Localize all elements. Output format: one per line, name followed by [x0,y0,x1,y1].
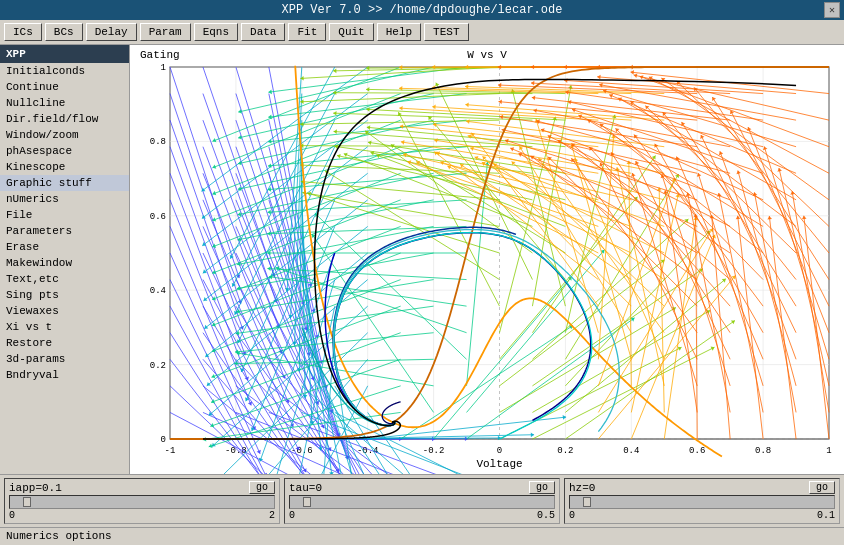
slider-range-1: 00.5 [289,510,555,521]
svg-text:0: 0 [161,435,166,445]
plot-svg: -1-0.8-0.6-0.4-0.200.20.40.60.8100.20.40… [130,45,844,474]
toolbar-btn-help[interactable]: Help [377,23,421,41]
titlebar-title: XPP Ver 7.0 >> /home/dpdoughe/lecar.ode [282,3,563,17]
slider-track-2[interactable] [569,495,835,509]
toolbar-btn-data[interactable]: Data [241,23,285,41]
slider-min-1: 0 [289,510,295,521]
slider-min-2: 0 [569,510,575,521]
svg-text:0.2: 0.2 [150,361,166,371]
main-area: XPP InitialcondsContinueNullclineDir.fie… [0,45,844,474]
slider-min-0: 0 [9,510,15,521]
toolbar: ICsBCsDelayParamEqnsDataFitQuitHelpTEST [0,20,844,45]
slider-range-0: 02 [9,510,275,521]
svg-text:0.8: 0.8 [755,446,771,456]
toolbar-btn-quit[interactable]: Quit [329,23,373,41]
sidebar-header: XPP [0,45,129,63]
svg-text:0.2: 0.2 [557,446,573,456]
sliders-row: iapp=0.1go02tau=0go00.5hz=0go00.1 [0,475,844,527]
sidebar-item-3[interactable]: Dir.field/flow [0,111,129,127]
slider-group-0: iapp=0.1go02 [4,478,280,524]
slider-range-2: 00.1 [569,510,835,521]
slider-go-btn-2[interactable]: go [809,481,835,494]
toolbar-btn-eqns[interactable]: Eqns [194,23,238,41]
svg-text:Voltage: Voltage [476,458,522,470]
toolbar-btn-test[interactable]: TEST [424,23,468,41]
svg-text:-0.2: -0.2 [423,446,445,456]
sidebar-item-14[interactable]: Sing pts [0,287,129,303]
sidebar-item-6[interactable]: Kinescope [0,159,129,175]
slider-group-1: tau=0go00.5 [284,478,560,524]
toolbar-btn-fit[interactable]: Fit [288,23,326,41]
sidebar-item-13[interactable]: Text,etc [0,271,129,287]
sidebar-item-8[interactable]: nUmerics [0,191,129,207]
slider-max-2: 0.1 [817,510,835,521]
slider-label-2: hz=0 [569,482,806,494]
slider-go-btn-1[interactable]: go [529,481,555,494]
sidebar-item-7[interactable]: Graphic stuff [0,175,129,191]
svg-text:0.8: 0.8 [150,137,166,147]
slider-max-1: 0.5 [537,510,555,521]
svg-text:1: 1 [826,446,831,456]
slider-thumb-0[interactable] [23,497,31,507]
toolbar-btn-ics[interactable]: ICs [4,23,42,41]
sidebar-item-1[interactable]: Continue [0,79,129,95]
titlebar: XPP Ver 7.0 >> /home/dpdoughe/lecar.ode … [0,0,844,20]
sidebar: XPP InitialcondsContinueNullclineDir.fie… [0,45,130,474]
sidebar-item-9[interactable]: File [0,207,129,223]
slider-track-0[interactable] [9,495,275,509]
toolbar-btn-bcs[interactable]: BCs [45,23,83,41]
slider-group-2: hz=0go00.1 [564,478,840,524]
svg-text:1: 1 [161,63,166,73]
sidebar-item-11[interactable]: Erase [0,239,129,255]
bottom-controls: iapp=0.1go02tau=0go00.5hz=0go00.1 Numeri… [0,474,844,534]
plot-area: Gating W vs V -1-0.8-0.6-0.4-0.200.20.40… [130,45,844,474]
sidebar-item-17[interactable]: Restore [0,335,129,351]
close-button[interactable]: ✕ [824,2,840,18]
slider-track-1[interactable] [289,495,555,509]
slider-thumb-2[interactable] [583,497,591,507]
svg-text:0.4: 0.4 [150,286,166,296]
svg-text:0.6: 0.6 [689,446,705,456]
svg-text:0.6: 0.6 [150,212,166,222]
svg-text:-1: -1 [165,446,176,456]
slider-label-1: tau=0 [289,482,526,494]
sidebar-item-4[interactable]: Window/zoom [0,127,129,143]
slider-label-0: iapp=0.1 [9,482,246,494]
sidebar-item-15[interactable]: Viewaxes [0,303,129,319]
toolbar-btn-param[interactable]: Param [140,23,191,41]
sidebar-item-12[interactable]: Makewindow [0,255,129,271]
svg-text:0: 0 [497,446,502,456]
numerics-options-label: Numerics options [0,527,844,544]
sidebar-item-2[interactable]: Nullcline [0,95,129,111]
svg-text:0.4: 0.4 [623,446,639,456]
sidebar-item-18[interactable]: 3d-params [0,351,129,367]
sidebar-item-10[interactable]: Parameters [0,223,129,239]
slider-thumb-1[interactable] [303,497,311,507]
toolbar-btn-delay[interactable]: Delay [86,23,137,41]
sidebar-item-19[interactable]: Bndryval [0,367,129,383]
sidebar-item-16[interactable]: Xi vs t [0,319,129,335]
sidebar-item-0[interactable]: Initialconds [0,63,129,79]
sidebar-item-5[interactable]: phAsespace [0,143,129,159]
slider-go-btn-0[interactable]: go [249,481,275,494]
slider-max-0: 2 [269,510,275,521]
